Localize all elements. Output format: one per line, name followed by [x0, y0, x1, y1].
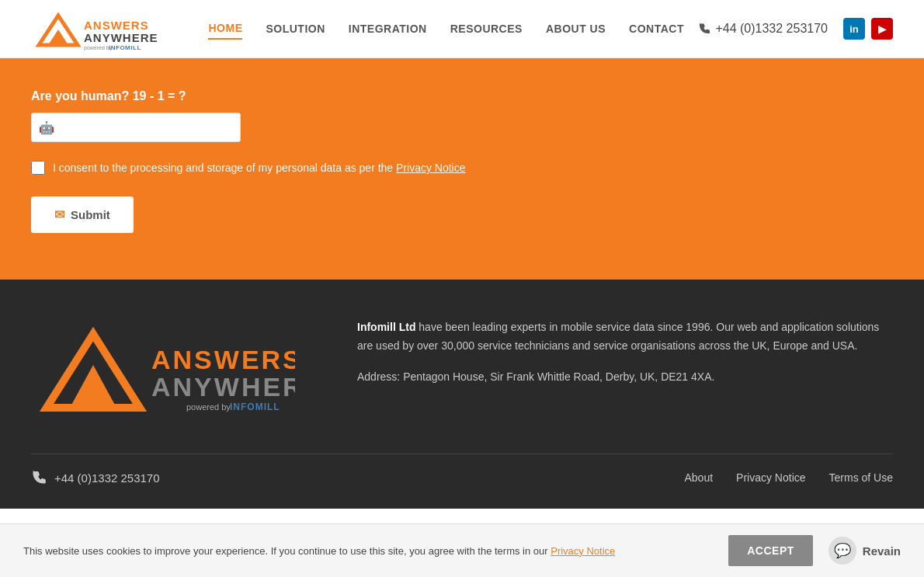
phone-icon: [698, 23, 710, 35]
footer-address-label: Address:: [357, 370, 400, 383]
footer-link-privacy[interactable]: Privacy Notice: [736, 471, 805, 484]
svg-text:ANYWHERE: ANYWHERE: [151, 372, 295, 401]
logo-svg: ANSWERS ANYWHERE powered by INFOMILL: [31, 8, 194, 50]
consent-row: I consent to the processing and storage …: [31, 161, 893, 175]
youtube-icon[interactable]: ▶: [871, 18, 893, 40]
robot-icon: 🤖: [39, 120, 54, 135]
svg-marker-7: [70, 365, 116, 408]
footer-description: have been leading experts in mobile serv…: [357, 321, 879, 352]
logo-area[interactable]: ANSWERS ANYWHERE powered by INFOMILL: [31, 8, 194, 50]
footer-link-terms[interactable]: Terms of Use: [829, 471, 893, 484]
footer-links: About Privacy Notice Terms of Use: [684, 471, 893, 484]
svg-text:ANSWERS: ANSWERS: [84, 19, 149, 32]
svg-text:INFOMILL: INFOMILL: [230, 401, 280, 412]
footer-logo: ANSWERS ANYWHERE powered by INFOMILL: [31, 318, 295, 419]
submit-button[interactable]: ✉ Submit: [31, 196, 134, 233]
linkedin-icon[interactable]: in: [843, 18, 865, 40]
footer-bottom: +44 (0)1332 253170 About Privacy Notice …: [31, 470, 893, 485]
nav-contact[interactable]: CONTACT: [629, 19, 684, 39]
consent-text: I consent to the processing and storage …: [53, 162, 466, 174]
consent-checkbox[interactable]: [31, 161, 45, 175]
consent-text-part: I consent to the processing and storage …: [53, 162, 396, 174]
nav-about-us[interactable]: ABOUT US: [546, 19, 606, 39]
site-header: ANSWERS ANYWHERE powered by INFOMILL HOM…: [0, 0, 924, 58]
nav-resources[interactable]: RESOURCES: [450, 19, 523, 39]
form-section: Are you human? 19 - 1 = ? 🤖 I consent to…: [0, 58, 924, 280]
footer-address: Address: Pentagon House, Sir Frank Whitt…: [357, 368, 893, 387]
footer-text-area: Infomill Ltd have been leading experts i…: [357, 318, 893, 422]
svg-text:ANYWHERE: ANYWHERE: [84, 31, 158, 44]
footer-phone-number: +44 (0)1332 253170: [54, 471, 160, 485]
svg-marker-1: [48, 30, 68, 45]
footer-company-name: Infomill Ltd: [357, 321, 415, 333]
nav-home[interactable]: HOME: [208, 18, 242, 40]
nav-solution[interactable]: SOLUTION: [266, 19, 325, 39]
main-nav: HOME SOLUTION INTEGRATION RESOURCES ABOU…: [208, 18, 683, 40]
captcha-input-wrap: 🤖: [31, 113, 241, 142]
footer-top: ANSWERS ANYWHERE powered by INFOMILL Inf…: [31, 318, 893, 422]
svg-text:ANSWERS: ANSWERS: [151, 345, 295, 374]
footer-address-value: Pentagon House, Sir Frank Whittle Road, …: [403, 370, 714, 383]
captcha-input[interactable]: [31, 113, 241, 142]
footer-link-about[interactable]: About: [684, 471, 713, 484]
footer-phone-icon: [31, 470, 47, 485]
social-icons: in ▶: [843, 18, 893, 40]
header-phone-number: +44 (0)1332 253170: [715, 22, 828, 36]
header-phone: +44 (0)1332 253170: [698, 22, 828, 36]
send-icon: ✉: [54, 207, 64, 222]
footer: ANSWERS ANYWHERE powered by INFOMILL Inf…: [0, 280, 924, 509]
captcha-label: Are you human? 19 - 1 = ?: [31, 89, 893, 103]
nav-integration[interactable]: INTEGRATION: [349, 19, 427, 39]
submit-label: Submit: [71, 208, 110, 221]
footer-phone: +44 (0)1332 253170: [31, 470, 160, 485]
footer-divider: [31, 454, 893, 454]
footer-logo-area: ANSWERS ANYWHERE powered by INFOMILL: [31, 318, 311, 422]
svg-text:powered by: powered by: [186, 402, 231, 412]
svg-text:INFOMILL: INFOMILL: [109, 44, 141, 50]
privacy-notice-link[interactable]: Privacy Notice: [396, 162, 465, 174]
header-right: +44 (0)1332 253170 in ▶: [698, 18, 893, 40]
